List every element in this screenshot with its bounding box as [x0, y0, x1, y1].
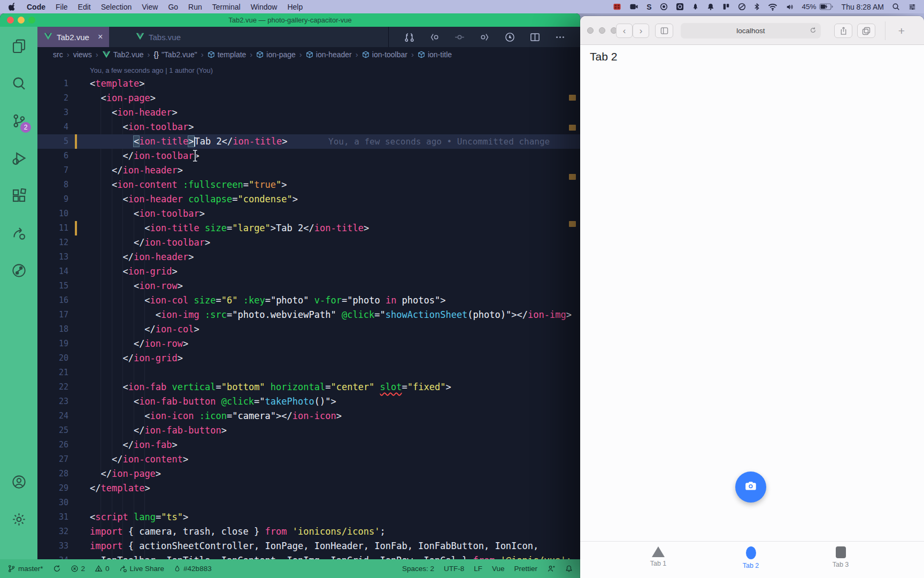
wifi-icon[interactable]	[768, 3, 777, 11]
close-window-button[interactable]	[7, 17, 14, 24]
menu-file[interactable]: File	[56, 3, 68, 11]
share-button[interactable]	[834, 24, 852, 38]
film-icon[interactable]	[613, 3, 621, 11]
volume-icon[interactable]	[786, 3, 794, 11]
back-button[interactable]: ‹	[616, 24, 633, 38]
line-number: 27	[37, 452, 68, 467]
menu-code[interactable]: Code	[27, 3, 45, 11]
more-actions-icon[interactable]	[555, 32, 565, 42]
status-formatter[interactable]: Prettier	[514, 565, 537, 573]
status-errors[interactable]: 2	[71, 565, 86, 573]
status-language-mode[interactable]: Vue	[492, 565, 505, 573]
breadcrumb-item[interactable]: ion-page	[256, 50, 296, 59]
camera-icon[interactable]	[629, 3, 638, 11]
vscode-title-bar[interactable]: Tab2.vue — photo-gallery-capacitor-vue	[0, 13, 580, 27]
forward-button[interactable]: ›	[633, 24, 649, 38]
menu-edit[interactable]: Edit	[78, 3, 91, 11]
take-photo-fab[interactable]	[735, 471, 766, 503]
menu-help[interactable]: Help	[287, 3, 303, 11]
activity-live-share[interactable]	[0, 214, 37, 252]
activity-run-debug[interactable]	[0, 139, 37, 177]
tab-label: Tab2.vue	[57, 33, 89, 42]
menu-clock[interactable]: Thu 8:28 AM	[842, 3, 884, 11]
modified-line-marker	[75, 134, 77, 149]
menu-run[interactable]: Run	[188, 3, 202, 11]
status-encoding[interactable]: UTF-8	[444, 565, 464, 573]
breadcrumb-item[interactable]: ion-title	[418, 50, 452, 59]
gitlens-history-icon[interactable]	[505, 32, 515, 42]
current-change-icon[interactable]	[455, 32, 465, 42]
status-eol[interactable]: LF	[474, 565, 482, 573]
menu-terminal[interactable]: Terminal	[212, 3, 241, 11]
breadcrumb-item[interactable]: src	[53, 50, 63, 59]
code-line-5: 5 <ion-title>Tab 2</ion-title>You, a few…	[37, 134, 580, 149]
bell-icon[interactable]	[707, 3, 714, 11]
code-line-31: 31<script lang="ts">	[37, 510, 580, 524]
split-editor-icon[interactable]	[530, 32, 540, 42]
address-bar[interactable]: localhost	[681, 23, 821, 39]
compare-changes-icon[interactable]	[404, 32, 414, 42]
git-codelens[interactable]: You, a few seconds ago | 1 author (You)	[90, 62, 580, 77]
ion-tab-tab-1[interactable]: Tab 1	[634, 546, 682, 567]
screen-icon[interactable]	[676, 3, 684, 11]
line-number: 32	[37, 524, 68, 539]
minimize-window-button[interactable]	[18, 17, 25, 24]
breadcrumb-item[interactable]: views	[73, 50, 92, 59]
next-change-icon[interactable]	[480, 32, 490, 42]
breadcrumb-item[interactable]: ion-toolbar	[362, 50, 407, 59]
status-sync[interactable]	[53, 565, 61, 573]
activity-extensions[interactable]	[0, 177, 37, 214]
menu-selection[interactable]: Selection	[101, 3, 132, 11]
activity-explorer[interactable]	[0, 27, 37, 64]
tab-label: Tabs.vue	[149, 33, 181, 42]
menu-view[interactable]: View	[142, 3, 158, 11]
control-center-icon[interactable]	[908, 3, 917, 11]
breadcrumb-item[interactable]: template	[207, 50, 247, 59]
activity-search[interactable]	[0, 64, 37, 102]
line-number: 12	[37, 235, 68, 250]
ion-tab-tab-3[interactable]: Tab 3	[817, 546, 865, 568]
safari-minimize-button[interactable]	[599, 27, 605, 34]
activity-settings[interactable]	[0, 500, 37, 538]
menu-go[interactable]: Go	[168, 3, 178, 11]
breadcrumb-item[interactable]: ion-header	[306, 50, 352, 59]
apple-icon[interactable]	[9, 2, 17, 11]
breadcrumb-item[interactable]: {}"Tab2.vue"	[154, 50, 197, 59]
spotlight-icon[interactable]	[892, 3, 900, 11]
refresh-icon[interactable]	[810, 27, 817, 35]
code-editor[interactable]: You, a few seconds ago | 1 author (You) …	[37, 62, 580, 573]
status-live-share[interactable]: Live Share	[119, 565, 165, 573]
tab-label: Tab 3	[833, 561, 849, 568]
tiles-icon[interactable]	[722, 3, 730, 11]
sidebar-toggle-button[interactable]	[655, 24, 673, 38]
status-indentation[interactable]: Spaces: 2	[402, 565, 434, 573]
breadcrumb-separator: ›	[96, 50, 98, 59]
slash-icon[interactable]	[738, 3, 746, 11]
battery-indicator[interactable]: 45%	[802, 3, 834, 11]
code-line-14: 14 <ion-grid>	[37, 264, 580, 279]
status-warnings[interactable]: 0	[95, 565, 110, 573]
status-color-chip[interactable]: #42b883	[174, 565, 212, 573]
previous-change-icon[interactable]	[429, 32, 440, 42]
close-tab-icon[interactable]: ×	[98, 32, 103, 42]
new-tab-button[interactable]: +	[894, 24, 910, 38]
editor-tab-tab2-vue[interactable]: Tab2.vue×	[37, 27, 109, 47]
editor-tab-tabs-vue[interactable]: Tabs.vue	[129, 27, 187, 47]
status-git-branch[interactable]: master*	[7, 565, 43, 573]
tab-overview-button[interactable]	[857, 24, 875, 38]
breadcrumb-item[interactable]: Tab2.vue	[102, 50, 144, 59]
breadcrumb-separator: ›	[67, 50, 70, 59]
status-feedback[interactable]	[547, 565, 556, 573]
zoom-window-button[interactable]	[28, 17, 35, 24]
activity-source-control[interactable]: 2	[0, 102, 37, 139]
safari-close-button[interactable]	[587, 27, 594, 34]
rocket-icon[interactable]	[692, 3, 699, 11]
menu-window[interactable]: Window	[251, 3, 278, 11]
bluetooth-icon[interactable]	[754, 3, 760, 11]
status-notifications[interactable]	[565, 565, 573, 573]
activity-gitlens[interactable]	[0, 252, 37, 289]
ion-tab-tab-2[interactable]: Tab 2	[727, 546, 775, 569]
stats-s-icon[interactable]: S	[646, 3, 651, 11]
activity-account[interactable]	[0, 463, 37, 500]
record-icon[interactable]	[660, 3, 668, 11]
